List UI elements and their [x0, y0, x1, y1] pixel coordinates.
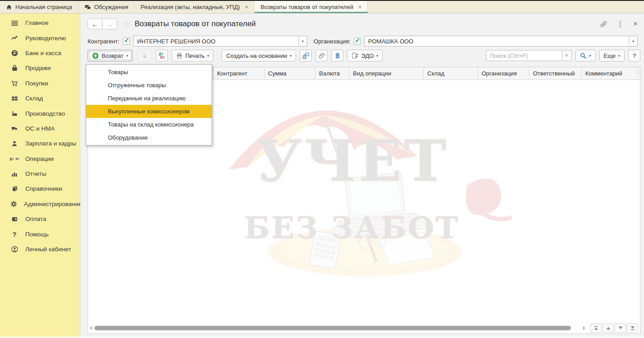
chat-icon [84, 4, 91, 10]
return-button-label: Возврат [102, 52, 124, 59]
sidebar-item-directories[interactable]: Справочники [0, 181, 80, 196]
sidebar-item-label: Банк и касса [25, 50, 61, 56]
organization-dropdown-button[interactable]: ▾ [629, 36, 637, 46]
sidebar-item-administration[interactable]: Администрирование [0, 197, 80, 211]
chevron-down-icon: ▾ [632, 39, 634, 43]
link-icon[interactable] [600, 20, 607, 28]
sidebar-item-salary[interactable]: Зарплата и кадры [0, 136, 80, 151]
sidebar-item-bank[interactable]: Банк и касса [0, 46, 80, 61]
search-input[interactable] [486, 50, 562, 61]
tab-label: Реализация (акты, накладные, УПД) [140, 4, 240, 10]
sidebar-item-payment[interactable]: Оплата [0, 211, 80, 226]
forward-button: → [102, 19, 117, 29]
toolbar: Возврат ▾ ДтКт Печать ▾ Создать на основ… [80, 48, 644, 63]
printer-icon [176, 52, 183, 59]
sidebar-item-label: Продажи [25, 65, 51, 71]
counterparty-combo: ▾ [133, 36, 307, 47]
sidebar-item-reports[interactable]: Отчеты [0, 166, 80, 181]
column-header-operation-type[interactable]: Вид операции [349, 67, 424, 80]
column-header-partial[interactable]: С [638, 67, 640, 80]
scroll-left-arrow[interactable] [90, 326, 92, 330]
go-last-row-button[interactable] [627, 324, 638, 333]
sidebar-item-account[interactable]: Личный кабинет [0, 242, 80, 257]
tab-realization[interactable]: Реализация (акты, накладные, УПД) × [134, 1, 255, 13]
return-type-dropdown-menu: Товары Отгруженные товары Переданные на … [86, 64, 212, 146]
previous-row-button[interactable] [602, 324, 614, 333]
sidebar-item-fixed-assets[interactable]: ОС и НМА [0, 121, 80, 136]
menu-item-bought-by-commissioner[interactable]: Выкупленные комиссионером [86, 105, 212, 118]
column-header-counterparty[interactable]: Контрагент [213, 67, 264, 80]
form-header: ← → ☆ Возвраты товаров от покупателей ⋮ … [80, 14, 644, 34]
sidebar-item-manager[interactable]: Руководителю [0, 30, 80, 45]
menu-item-transferred-for-sale[interactable]: Переданные на реализацию [86, 92, 212, 105]
sidebar-item-purchases[interactable]: Покупки [0, 76, 80, 91]
organization-checkbox[interactable]: ✓ [354, 38, 361, 45]
person-icon [10, 141, 19, 147]
sidebar-item-warehouse[interactable]: Склад [0, 91, 80, 106]
column-header-organization[interactable]: Организация [478, 67, 529, 80]
close-form-icon[interactable]: × [633, 19, 638, 28]
tab-returns-active[interactable]: Возвраты товаров от покупателей × [255, 1, 368, 13]
menu-item-equipment[interactable]: Оборудование [86, 131, 212, 144]
copy-doc-icon [141, 52, 147, 59]
menu-item-shipped-goods[interactable]: Отгруженные товары [86, 79, 212, 92]
tab-label: Начальная страница [15, 4, 72, 10]
sidebar-item-operations[interactable]: ДтКт Операции [0, 151, 80, 166]
column-header-sum[interactable]: Сумма [264, 67, 315, 80]
home-icon [6, 4, 12, 10]
sidebar-item-sales[interactable]: Продажи [0, 61, 80, 75]
edo-button[interactable]: ЭДО ▾ [347, 50, 383, 61]
counterparty-dropdown-button[interactable]: ▾ [298, 36, 307, 46]
sidebar-item-label: Помощь [25, 231, 49, 238]
chevron-down-icon: ▾ [290, 54, 292, 58]
arrow-up-icon [606, 325, 611, 331]
copy-button [138, 50, 150, 61]
print-button[interactable]: Печать ▾ [171, 50, 214, 61]
counterparty-checkbox[interactable]: ✓ [123, 38, 130, 45]
chevron-down-icon: ▾ [618, 54, 620, 58]
sidebar-item-production[interactable]: Производство [0, 106, 80, 121]
search-settings-button[interactable]: ▾ [575, 50, 596, 61]
tab-home[interactable]: Начальная страница [0, 1, 79, 13]
scroll-right-arrow[interactable] [583, 326, 585, 330]
chevron-down-icon: ▾ [589, 54, 591, 58]
search-clear-button[interactable]: × [562, 50, 572, 61]
organization-input[interactable] [365, 36, 629, 46]
next-row-button[interactable] [615, 324, 626, 333]
column-header-comment[interactable]: Комментарий [582, 67, 638, 80]
search-icon [580, 52, 587, 59]
tab-close-icon[interactable]: × [358, 4, 362, 10]
column-header-responsible[interactable]: Ответственный [529, 67, 582, 80]
tab-close-icon[interactable]: × [245, 4, 249, 10]
back-button[interactable]: ← [88, 19, 102, 29]
column-header-currency[interactable]: Валюта [315, 67, 349, 80]
dtkt-icon: ДтКт [10, 157, 19, 160]
sidebar-item-help[interactable]: ? Помощь [0, 226, 80, 241]
favorite-star-icon[interactable]: ☆ [123, 19, 130, 29]
sidebar: Главное Руководителю Банк и касса Продаж… [0, 14, 80, 337]
edo-button-label: ЭДО [361, 52, 374, 59]
more-menu-icon[interactable]: ⋮ [617, 20, 624, 28]
sidebar-item-main[interactable]: Главное [0, 15, 80, 30]
paperclip-icon [319, 52, 325, 59]
tab-discussions[interactable]: Обсуждения [79, 1, 135, 13]
column-header-warehouse[interactable]: Склад [424, 67, 478, 80]
registers-button[interactable] [331, 50, 343, 61]
more-button[interactable]: Еще ▾ [599, 50, 625, 61]
sidebar-item-label: Администрирование [24, 201, 82, 207]
attachments-button[interactable] [315, 50, 328, 61]
create-based-on-button[interactable]: Создать на основании ▾ [222, 50, 296, 61]
uchet-bez-zabot-watermark: УЧЕТ БЕЗ ЗАБОТ [216, 84, 532, 282]
go-first-row-button[interactable] [590, 324, 602, 333]
return-create-button[interactable]: Возврат ▾ [88, 50, 133, 61]
menu-item-goods[interactable]: Товары [86, 66, 212, 79]
print-button-label: Печать [185, 52, 205, 59]
scrollbar-track[interactable] [94, 325, 581, 331]
document-structure-button[interactable] [300, 50, 312, 61]
counterparty-input[interactable] [134, 36, 298, 46]
sidebar-item-label: Руководителю [25, 35, 66, 42]
dtkt-postings-button[interactable]: ДтКт [156, 50, 168, 61]
menu-item-goods-to-commissioner-warehouse[interactable]: Товары на склад комиссионера [86, 118, 212, 131]
scrollbar-thumb[interactable] [94, 326, 571, 330]
help-button[interactable]: ? [628, 50, 640, 61]
